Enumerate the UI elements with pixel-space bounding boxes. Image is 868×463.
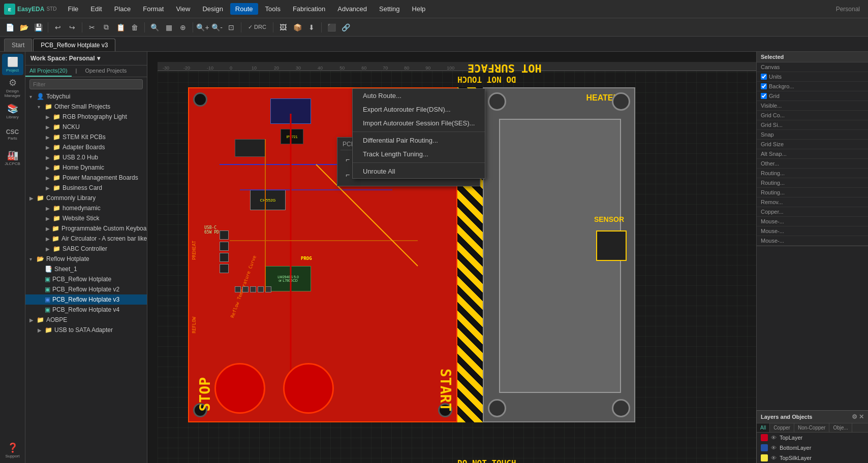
layer-name-top: TopLayer — [780, 435, 802, 441]
stop-text: STOP — [197, 377, 213, 411]
sidebar-support-btn[interactable]: ❓ Support — [2, 440, 23, 461]
tree-item-ncku[interactable]: ▶ 📁 NCKU — [25, 122, 147, 132]
folder-icon-home: 📁 — [53, 164, 60, 171]
gerber-btn[interactable]: ⬇ — [305, 21, 318, 34]
tree-item-sheet1[interactable]: 📑 Sheet_1 — [25, 264, 147, 274]
search-btn[interactable]: 🔍 — [148, 21, 161, 34]
layer-eye-topsilk[interactable]: 👁 — [771, 455, 777, 461]
zoom-in-btn[interactable]: 🔍+ — [196, 21, 209, 34]
proj-tab-opened-label[interactable]: Opened Projects — [81, 65, 131, 77]
redo-btn[interactable]: ↪ — [66, 21, 79, 34]
export-img-btn[interactable]: 🖼 — [276, 21, 290, 34]
filter-input[interactable] — [29, 79, 143, 89]
filter-btn[interactable]: ▦ — [162, 21, 175, 34]
layer-tab-objects[interactable]: Obje... — [829, 423, 852, 432]
tree-item-pcb-v4[interactable]: ▣ PCB_Reflow Hotplate v4 — [25, 305, 147, 315]
sidebar-project-btn[interactable]: ⬜ Project — [2, 54, 23, 75]
tree-item-rgb[interactable]: ▶ 📁 RGB Photography Light — [25, 112, 147, 122]
route-track-length[interactable]: Track Length Tuning... — [353, 147, 485, 161]
route-unroute-all[interactable]: Unroute All — [353, 164, 485, 178]
tree-item-reflow[interactable]: ▾ 📂 Reflow Hotplate — [25, 254, 147, 264]
menu-advanced[interactable]: Advanced — [332, 3, 372, 15]
menu-view[interactable]: View — [171, 3, 195, 15]
tree-item-commonly-lib[interactable]: ▶ 📁 Commonly Library — [25, 193, 147, 203]
share-btn[interactable]: 🔗 — [339, 21, 352, 34]
cut-btn[interactable]: ✂ — [85, 21, 99, 34]
sidebar-csc-btn[interactable]: CSC Parts — [2, 124, 23, 145]
heater-corner-bl — [488, 399, 506, 417]
menu-place[interactable]: Place — [109, 3, 136, 15]
paste-btn[interactable]: 📋 — [114, 21, 127, 34]
sidebar-design-manager-btn[interactable]: ⚙ DesignManager — [2, 77, 23, 98]
workspace-selector[interactable]: Work Space: Personal ▾ — [30, 55, 142, 62]
route-auto-route[interactable]: Auto Route... — [353, 89, 485, 103]
background-checkbox[interactable] — [761, 83, 767, 89]
proj-tab-opened[interactable]: | — [72, 65, 81, 77]
save-btn[interactable]: 💾 — [32, 21, 45, 34]
layers-header: Layers and Objects ⚙ ✕ — [757, 411, 868, 423]
route-diff-pair[interactable]: Differential Pair Routing... — [353, 134, 485, 147]
snap-btn[interactable]: ⊕ — [176, 21, 190, 34]
new-btn[interactable]: 📄 — [3, 21, 16, 34]
layers-settings-icon[interactable]: ⚙ ✕ — [852, 413, 864, 420]
sidebar-library-btn[interactable]: 📚 Library — [2, 101, 23, 122]
tab-start[interactable]: Start — [4, 39, 32, 51]
tree-item-air[interactable]: ▶ 📁 Air Circulator - A screen bar like — [25, 234, 147, 244]
tree-item-bizcard[interactable]: ▶ 📁 Business Card — [25, 183, 147, 193]
tree-item-prog-kb[interactable]: ▶ 📁 Programmable Custom Keyboa... — [25, 223, 147, 234]
tab-pcb-active[interactable]: PCB_Reflow Hotplate v3 — [33, 39, 115, 51]
layers-btn[interactable]: ⬛ — [325, 21, 338, 34]
route-import-ses[interactable]: Import Autorouter Session File(SES)... — [353, 116, 485, 130]
3d-view-btn[interactable]: 📦 — [291, 21, 304, 34]
layer-tab-copper[interactable]: Copper — [770, 423, 794, 432]
canvas-area[interactable]: -30 -20 -10 0 10 20 30 40 50 60 70 80 90… — [147, 52, 756, 463]
layer-row-top[interactable]: 👁 TopLayer — [757, 433, 868, 443]
tree-item-pcb-v1[interactable]: ▣ PCB_Reflow Hotplate — [25, 274, 147, 284]
menu-route[interactable]: Route — [230, 3, 258, 15]
zoom-out-btn[interactable]: 🔍- — [210, 21, 224, 34]
route-export-dsn[interactable]: Export Autorouter File(DSN)... — [353, 103, 485, 116]
delete-btn[interactable]: 🗑 — [128, 21, 141, 34]
tree-item-home-dynamic[interactable]: ▶ 📁 Home Dynamic — [25, 162, 147, 173]
menu-tools[interactable]: Tools — [260, 3, 286, 15]
tree-item-stem[interactable]: ▶ 📁 STEM Kit PCBs — [25, 132, 147, 142]
layer-tab-non-copper[interactable]: Non-Copper — [794, 423, 829, 432]
undo-btn[interactable]: ↩ — [51, 21, 65, 34]
tree-item-other-small[interactable]: ▾ 📁 Other Small Projects — [25, 102, 147, 112]
tree-item-usb-sata[interactable]: ▶ 📁 USB to SATA Adapter — [25, 325, 147, 335]
menu-setting[interactable]: Setting — [374, 3, 405, 15]
layer-eye-top[interactable]: 👁 — [771, 435, 777, 441]
menu-file[interactable]: File — [63, 3, 83, 15]
tree-item-aobpe[interactable]: ▶ 📁 AOBPE — [25, 315, 147, 325]
layer-row-bottom[interactable]: 👁 BottomLayer — [757, 443, 868, 453]
units-checkbox[interactable] — [761, 74, 767, 80]
sidebar-jlcpcb-btn[interactable]: 🏭 JLCPCB — [2, 147, 23, 169]
zoom-fit-btn[interactable]: ⊡ — [225, 21, 238, 34]
tree-item-pcb-v2[interactable]: ▣ PCB_Reflow Hotplate v2 — [25, 284, 147, 294]
tree-item-homedynamic[interactable]: ▶ 📁 homedynamic — [25, 203, 147, 213]
drc-btn[interactable]: ✓ DRC — [244, 21, 270, 34]
menu-help[interactable]: Help — [407, 3, 431, 15]
project-icon: ⬜ — [7, 56, 18, 68]
menu-design[interactable]: Design — [197, 3, 228, 15]
folder-icon-biz: 📁 — [53, 184, 60, 191]
layer-row-topsilk[interactable]: 👁 TopSilkLayer — [757, 453, 868, 463]
tree-item-sabc[interactable]: ▶ 📁 SABC Controller — [25, 244, 147, 254]
copy-btn[interactable]: ⧉ — [100, 21, 113, 34]
menu-edit[interactable]: Edit — [85, 3, 107, 15]
layer-tab-all[interactable]: All — [757, 423, 770, 432]
tree-item-pcb-v3[interactable]: ▣ PCB_Reflow Hotplate v3 — [25, 294, 147, 305]
menu-format[interactable]: Format — [138, 3, 169, 15]
tree-item-power[interactable]: ▶ 📁 Power Management Boards — [25, 173, 147, 183]
tree-user[interactable]: ▾ 👤 Tobychui — [25, 91, 147, 102]
layer-eye-bottom[interactable]: 👁 — [771, 445, 777, 451]
menu-fabrication[interactable]: Fabrication — [288, 3, 330, 15]
folder-icon-power: 📁 — [53, 174, 60, 181]
ruler-tick: 60 — [361, 65, 366, 71]
proj-tab-all[interactable]: All Projects(20) — [25, 65, 72, 77]
open-btn[interactable]: 📂 — [17, 21, 30, 34]
grid-checkbox[interactable] — [761, 93, 767, 99]
tree-item-website[interactable]: ▶ 📁 Website Stick — [25, 213, 147, 223]
tree-item-usb-hub[interactable]: ▶ 📁 USB 2.0 Hub — [25, 152, 147, 162]
tree-item-adapter[interactable]: ▶ 📁 Adapter Boards — [25, 142, 147, 152]
